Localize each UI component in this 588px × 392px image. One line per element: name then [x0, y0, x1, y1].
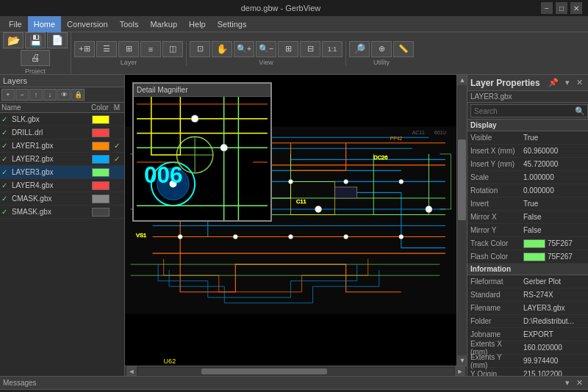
new-project-button[interactable]: 📄: [47, 32, 68, 48]
col-m-label: M: [111, 104, 123, 112]
layers-panel-header: Layers: [0, 75, 124, 87]
zoom-in-button[interactable]: 🔍+: [234, 41, 254, 57]
menu-home[interactable]: Home: [28, 16, 61, 32]
layers-lock-btn[interactable]: 🔒: [71, 89, 85, 101]
menu-tools[interactable]: Tools: [114, 16, 145, 32]
zoom-window-button[interactable]: ⊡: [190, 41, 210, 57]
menu-conversion[interactable]: Conversion: [61, 16, 114, 32]
layers-title: Layers: [3, 76, 27, 85]
canvas-hscrollbar[interactable]: ◄ ►: [125, 366, 467, 376]
track-color-text: 75F267: [548, 239, 573, 247]
layer-item-cmask[interactable]: ✓ CMASK.gbx: [0, 192, 124, 206]
minimize-button[interactable]: −: [541, 2, 553, 14]
svg-text:VS1: VS1: [136, 232, 146, 239]
svg-text:006: 006: [144, 161, 183, 188]
save-project-button[interactable]: 💾: [25, 32, 46, 48]
detail-mag-title: Detail Magnifier: [137, 86, 187, 94]
layers-show-btn[interactable]: 👁: [57, 89, 71, 101]
detail-magnifier-window: Detail Magnifier: [132, 82, 272, 222]
layers-up-btn[interactable]: ↑: [29, 89, 43, 101]
menu-help[interactable]: Help: [183, 16, 212, 32]
zoom-out-button[interactable]: 🔍−: [256, 41, 276, 57]
compare-layers-button[interactable]: ⊞: [118, 41, 139, 57]
layer-check-layer1: ✓: [1, 142, 12, 150]
open-project-button[interactable]: 📂: [3, 32, 24, 48]
prop-mirror-y-key: Mirror Y: [467, 226, 520, 234]
scroll-left-btn[interactable]: ◄: [126, 366, 137, 377]
title-bar-controls: − □ ✕: [541, 2, 582, 14]
prop-rotation: Rotation 0.000000: [467, 184, 588, 197]
layer-props-search-input[interactable]: [470, 104, 588, 117]
maximize-button[interactable]: □: [556, 2, 567, 14]
prop-fileformat-key: Fileformat: [467, 277, 520, 286]
svg-point-28: [233, 235, 237, 239]
close-button[interactable]: ✕: [570, 2, 582, 14]
layer-name-smask: SMASK.gbx: [12, 208, 92, 216]
menu-markup[interactable]: Markup: [144, 16, 183, 32]
main-area: Layers + − ↑ ↓ 👁 🔒 Name Color M ✓ SLK.gb…: [0, 75, 588, 376]
layer-color-layer4: [92, 181, 110, 190]
prop-invert-key: Invert: [467, 200, 520, 208]
layer-item-slk[interactable]: ✓ SLK.gbx: [0, 113, 124, 126]
layer-item-smask[interactable]: ✓ SMASK.gbx: [0, 206, 124, 219]
zoom-extents-button[interactable]: ⊞: [278, 41, 298, 57]
layers-down-btn[interactable]: ↓: [43, 89, 57, 101]
layers-delete-btn[interactable]: −: [15, 89, 29, 101]
prop-flash-color-val: 75F267: [520, 253, 588, 261]
show-workspace-button[interactable]: ⊟: [300, 41, 320, 57]
canvas-vscrollbar[interactable]: ▲ ▼: [456, 75, 467, 366]
svg-rect-36: [335, 187, 357, 198]
layers-add-btn[interactable]: +: [1, 89, 15, 101]
prop-filename-val: LAYER3.gbx: [520, 304, 588, 312]
svg-point-63: [220, 144, 228, 151]
messages-close-btn[interactable]: ✕: [574, 377, 585, 388]
layer-mark-layer1: ✓: [111, 142, 123, 150]
pcb-canvas[interactable]: U72 C11 DC26 VS1: [125, 75, 456, 366]
menu-settings[interactable]: Settings: [212, 16, 253, 32]
inspect-items-button[interactable]: 🔎: [349, 41, 370, 57]
layer-check-layer3: ✓: [1, 168, 12, 176]
panel-collapse-btn[interactable]: ▾: [563, 77, 572, 88]
svg-text:601U: 601U: [434, 130, 446, 135]
track-color-swatch[interactable]: [523, 239, 545, 248]
prop-insert-x-key: Insert X (mm): [467, 147, 520, 155]
measure-distance-button[interactable]: 📏: [393, 41, 414, 57]
layer-item-layer1[interactable]: ✓ LAYER1.gbx ✓: [0, 139, 124, 153]
prop-insert-x-val: 60.960000: [520, 147, 588, 155]
layer-name-slk: SLK.gbx: [12, 115, 92, 123]
menu-file[interactable]: File: [3, 16, 28, 32]
layer-item-drill[interactable]: ✓ DRILL.drl: [0, 126, 124, 139]
select-layers-button[interactable]: ☰: [96, 41, 117, 57]
detail-magnifier-button[interactable]: ⊕: [371, 41, 392, 57]
layer-item-layer2[interactable]: ✓ LAYER2.gbx ✓: [0, 153, 124, 166]
pan-button[interactable]: ✋: [212, 41, 232, 57]
flash-color-swatch[interactable]: [523, 253, 545, 261]
prop-folder-val: D:\Redistribut...: [520, 317, 588, 325]
print-button[interactable]: 🖨: [21, 50, 50, 66]
panel-close-btn[interactable]: ✕: [574, 77, 585, 88]
svg-point-34: [426, 206, 432, 212]
svg-text:C11: C11: [296, 198, 306, 205]
prop-extents-y-key: Extents Y (mm): [467, 353, 520, 369]
utility-group-label: Utility: [349, 59, 414, 66]
prop-fileformat: Fileformat Gerber Plot: [467, 275, 588, 288]
messages-collapse-btn[interactable]: ▾: [563, 377, 572, 388]
align-layers-button[interactable]: ≡: [140, 41, 161, 57]
panel-pin-btn[interactable]: 📌: [546, 77, 561, 88]
layer-item-layer3[interactable]: ✓ LAYER3.gbx: [0, 166, 124, 179]
prop-extents-x-val: 160.020000: [520, 344, 588, 352]
add-layer-button[interactable]: +⊞: [74, 41, 95, 57]
zoom-actual-button[interactable]: 1:1: [322, 41, 343, 57]
prop-invert: Invert True: [467, 197, 588, 211]
prop-visible-key: Visible: [467, 134, 520, 142]
detail-magnifier-header: Detail Magnifier: [134, 84, 270, 97]
view-group-label: View: [190, 59, 343, 66]
scroll-right-btn[interactable]: ►: [455, 366, 465, 377]
scroll-down-btn[interactable]: ▼: [457, 355, 467, 366]
col-color-label: Color: [89, 104, 111, 112]
canvas-area: U72 C11 DC26 VS1: [125, 75, 467, 376]
layer-item-layer4[interactable]: ✓ LAYER4.gbx: [0, 179, 124, 192]
scroll-up-btn[interactable]: ▲: [457, 75, 467, 85]
svg-point-29: [288, 235, 293, 239]
transparent-layers-button[interactable]: ◫: [162, 41, 183, 57]
